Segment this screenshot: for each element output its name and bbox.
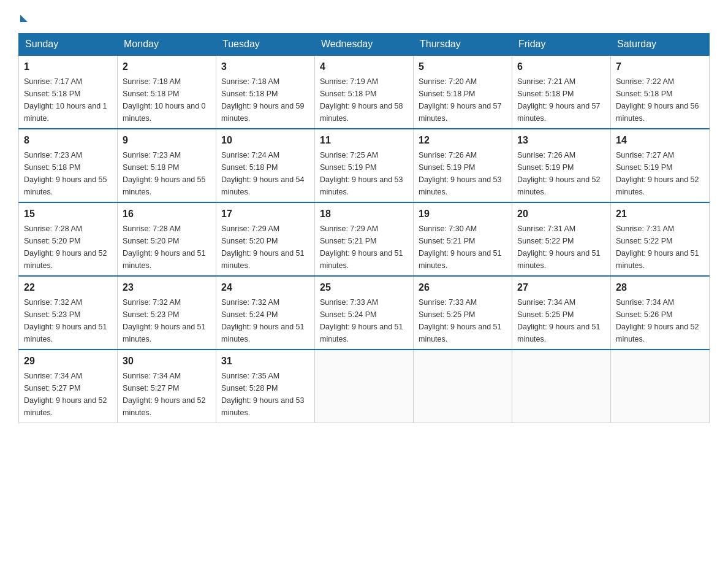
day-number: 11 [320,133,408,148]
day-number: 29 [24,354,112,369]
day-number: 17 [221,207,309,221]
day-number: 26 [419,280,507,295]
calendar-week-row: 22Sunrise: 7:32 AMSunset: 5:23 PMDayligh… [19,276,710,350]
calendar-cell: 15Sunrise: 7:28 AMSunset: 5:20 PMDayligh… [19,202,118,276]
day-info: Sunrise: 7:33 AMSunset: 5:24 PMDaylight:… [320,296,408,345]
header-thursday: Thursday [414,34,512,56]
day-number: 12 [419,133,507,148]
day-info: Sunrise: 7:35 AMSunset: 5:28 PMDaylight:… [221,370,309,419]
header-wednesday: Wednesday [315,34,414,56]
day-info: Sunrise: 7:28 AMSunset: 5:20 PMDaylight:… [24,223,112,272]
day-number: 6 [517,59,605,74]
calendar-cell: 14Sunrise: 7:27 AMSunset: 5:19 PMDayligh… [611,129,710,202]
day-info: Sunrise: 7:32 AMSunset: 5:23 PMDaylight:… [24,296,112,345]
calendar-cell: 27Sunrise: 7:34 AMSunset: 5:25 PMDayligh… [512,276,611,350]
calendar-cell: 28Sunrise: 7:34 AMSunset: 5:26 PMDayligh… [611,276,710,350]
calendar-cell: 6Sunrise: 7:21 AMSunset: 5:18 PMDaylight… [512,55,611,129]
day-info: Sunrise: 7:31 AMSunset: 5:22 PMDaylight:… [517,223,605,272]
calendar-cell: 12Sunrise: 7:26 AMSunset: 5:19 PMDayligh… [414,129,512,202]
day-number: 2 [123,59,211,74]
day-number: 24 [221,280,309,295]
day-info: Sunrise: 7:23 AMSunset: 5:18 PMDaylight:… [123,149,211,198]
day-number: 22 [24,280,112,295]
header-sunday: Sunday [19,34,118,56]
day-number: 21 [616,207,704,221]
day-info: Sunrise: 7:26 AMSunset: 5:19 PMDaylight:… [517,149,605,198]
calendar-cell: 9Sunrise: 7:23 AMSunset: 5:18 PMDaylight… [118,129,216,202]
day-number: 10 [221,133,309,148]
day-info: Sunrise: 7:25 AMSunset: 5:19 PMDaylight:… [320,149,408,198]
calendar-cell: 7Sunrise: 7:22 AMSunset: 5:18 PMDaylight… [611,55,710,129]
header-monday: Monday [118,34,216,56]
calendar-header-row: SundayMondayTuesdayWednesdayThursdayFrid… [19,34,710,56]
day-info: Sunrise: 7:20 AMSunset: 5:18 PMDaylight:… [419,75,507,124]
calendar-cell: 30Sunrise: 7:34 AMSunset: 5:27 PMDayligh… [118,350,216,423]
calendar-cell: 22Sunrise: 7:32 AMSunset: 5:23 PMDayligh… [19,276,118,350]
calendar-cell: 10Sunrise: 7:24 AMSunset: 5:18 PMDayligh… [216,129,315,202]
day-number: 20 [517,207,605,221]
day-number: 4 [320,59,408,74]
calendar-cell: 26Sunrise: 7:33 AMSunset: 5:25 PMDayligh… [414,276,512,350]
calendar-week-row: 1Sunrise: 7:17 AMSunset: 5:18 PMDaylight… [19,55,710,129]
day-number: 30 [123,354,211,369]
calendar-week-row: 15Sunrise: 7:28 AMSunset: 5:20 PMDayligh… [19,202,710,276]
day-number: 31 [221,354,309,369]
day-number: 8 [24,133,112,148]
day-number: 16 [123,207,211,221]
calendar-cell: 23Sunrise: 7:32 AMSunset: 5:23 PMDayligh… [118,276,216,350]
calendar-week-row: 8Sunrise: 7:23 AMSunset: 5:18 PMDaylight… [19,129,710,202]
day-info: Sunrise: 7:18 AMSunset: 5:18 PMDaylight:… [221,75,309,124]
day-number: 23 [123,280,211,295]
day-number: 27 [517,280,605,295]
calendar-cell: 29Sunrise: 7:34 AMSunset: 5:27 PMDayligh… [19,350,118,423]
day-number: 14 [616,133,704,148]
day-info: Sunrise: 7:23 AMSunset: 5:18 PMDaylight:… [24,149,112,198]
calendar-cell: 21Sunrise: 7:31 AMSunset: 5:22 PMDayligh… [611,202,710,276]
day-number: 9 [123,133,211,148]
calendar-cell [414,350,512,423]
day-info: Sunrise: 7:32 AMSunset: 5:24 PMDaylight:… [221,296,309,345]
day-number: 25 [320,280,408,295]
day-info: Sunrise: 7:29 AMSunset: 5:21 PMDaylight:… [320,223,408,272]
day-number: 28 [616,280,704,295]
day-number: 13 [517,133,605,148]
calendar-cell [611,350,710,423]
calendar-week-row: 29Sunrise: 7:34 AMSunset: 5:27 PMDayligh… [19,350,710,423]
day-info: Sunrise: 7:27 AMSunset: 5:19 PMDaylight:… [616,149,704,198]
calendar-cell: 31Sunrise: 7:35 AMSunset: 5:28 PMDayligh… [216,350,315,423]
calendar-cell [315,350,414,423]
calendar-cell: 3Sunrise: 7:18 AMSunset: 5:18 PMDaylight… [216,55,315,129]
calendar-cell: 17Sunrise: 7:29 AMSunset: 5:20 PMDayligh… [216,202,315,276]
day-info: Sunrise: 7:18 AMSunset: 5:18 PMDaylight:… [123,75,211,124]
logo [18,12,28,21]
day-info: Sunrise: 7:24 AMSunset: 5:18 PMDaylight:… [221,149,309,198]
day-info: Sunrise: 7:34 AMSunset: 5:26 PMDaylight:… [616,296,704,345]
calendar-cell [512,350,611,423]
day-info: Sunrise: 7:34 AMSunset: 5:27 PMDaylight:… [24,370,112,419]
day-info: Sunrise: 7:34 AMSunset: 5:27 PMDaylight:… [123,370,211,419]
calendar-cell: 19Sunrise: 7:30 AMSunset: 5:21 PMDayligh… [414,202,512,276]
day-info: Sunrise: 7:33 AMSunset: 5:25 PMDaylight:… [419,296,507,345]
day-info: Sunrise: 7:26 AMSunset: 5:19 PMDaylight:… [419,149,507,198]
page-header [18,12,710,21]
calendar-cell: 4Sunrise: 7:19 AMSunset: 5:18 PMDaylight… [315,55,414,129]
calendar-cell: 13Sunrise: 7:26 AMSunset: 5:19 PMDayligh… [512,129,611,202]
day-info: Sunrise: 7:21 AMSunset: 5:18 PMDaylight:… [517,75,605,124]
calendar-cell: 25Sunrise: 7:33 AMSunset: 5:24 PMDayligh… [315,276,414,350]
day-info: Sunrise: 7:30 AMSunset: 5:21 PMDaylight:… [419,223,507,272]
day-info: Sunrise: 7:32 AMSunset: 5:23 PMDaylight:… [123,296,211,345]
day-number: 1 [24,59,112,74]
header-tuesday: Tuesday [216,34,315,56]
day-number: 5 [419,59,507,74]
day-info: Sunrise: 7:22 AMSunset: 5:18 PMDaylight:… [616,75,704,124]
day-info: Sunrise: 7:17 AMSunset: 5:18 PMDaylight:… [24,75,112,124]
day-info: Sunrise: 7:28 AMSunset: 5:20 PMDaylight:… [123,223,211,272]
calendar-cell: 16Sunrise: 7:28 AMSunset: 5:20 PMDayligh… [118,202,216,276]
calendar-cell: 24Sunrise: 7:32 AMSunset: 5:24 PMDayligh… [216,276,315,350]
day-number: 3 [221,59,309,74]
calendar-cell: 2Sunrise: 7:18 AMSunset: 5:18 PMDaylight… [118,55,216,129]
day-number: 7 [616,59,704,74]
calendar-cell: 8Sunrise: 7:23 AMSunset: 5:18 PMDaylight… [19,129,118,202]
calendar-cell: 1Sunrise: 7:17 AMSunset: 5:18 PMDaylight… [19,55,118,129]
day-number: 15 [24,207,112,221]
